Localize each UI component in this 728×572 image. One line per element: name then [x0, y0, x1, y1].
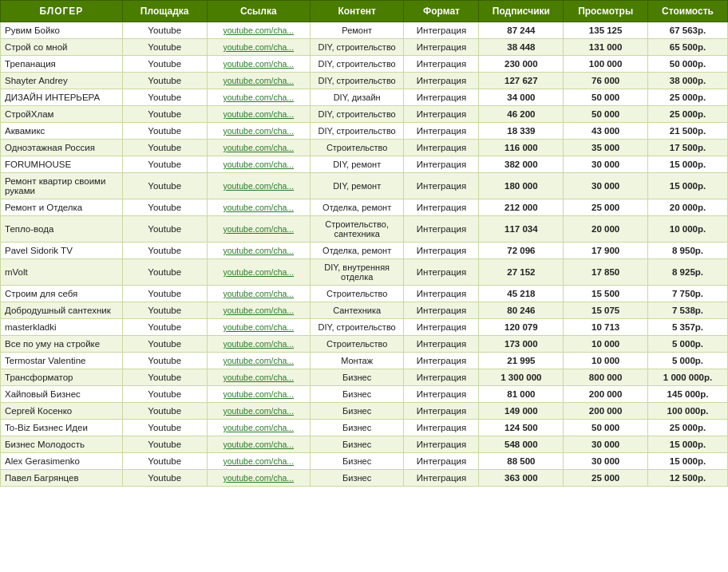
cell-cost: 21 500р.: [648, 123, 728, 140]
cell-link[interactable]: youtube.com/cha...: [207, 302, 310, 319]
cell-blogger: Shayter Andrey: [1, 73, 123, 89]
cell-views: 17 900: [564, 243, 648, 259]
cell-link[interactable]: youtube.com/cha...: [207, 453, 310, 470]
cell-subs: 149 000: [479, 403, 564, 420]
header-content: Контент: [310, 1, 404, 22]
cell-platform: Youtube: [122, 436, 207, 453]
cell-link[interactable]: youtube.com/cha...: [207, 420, 310, 436]
cell-content: Бизнес: [310, 470, 404, 487]
cell-link[interactable]: youtube.com/cha...: [207, 369, 310, 386]
cell-subs: 180 000: [479, 173, 564, 199]
cell-views: 15 500: [564, 286, 648, 302]
cell-format: Интеграция: [404, 73, 479, 89]
cell-link[interactable]: youtube.com/cha...: [207, 22, 310, 39]
table-row: FORUMHOUSEYoutubeyoutube.com/cha...DIY, …: [1, 156, 728, 173]
cell-cost: 8 925р.: [648, 259, 728, 286]
cell-content: DIY, строительство: [310, 39, 404, 56]
cell-blogger: To-Biz Бизнес Идеи: [1, 420, 123, 436]
cell-link[interactable]: youtube.com/cha...: [207, 470, 310, 487]
cell-views: 43 000: [564, 123, 648, 140]
table-row: Хайповый БизнесYoutubeyoutube.com/cha...…: [1, 386, 728, 403]
cell-cost: 20 000р.: [648, 199, 728, 216]
cell-views: 20 000: [564, 216, 648, 243]
cell-link[interactable]: youtube.com/cha...: [207, 199, 310, 216]
cell-subs: 127 627: [479, 73, 564, 89]
cell-format: Интеграция: [404, 106, 479, 123]
cell-link[interactable]: youtube.com/cha...: [207, 156, 310, 173]
cell-link[interactable]: youtube.com/cha...: [207, 106, 310, 123]
cell-cost: 5 000р.: [648, 336, 728, 353]
cell-link[interactable]: youtube.com/cha...: [207, 243, 310, 259]
cell-views: 15 075: [564, 302, 648, 319]
header-format: Формат: [404, 1, 479, 22]
cell-format: Интеграция: [404, 336, 479, 353]
cell-link[interactable]: youtube.com/cha...: [207, 73, 310, 89]
cell-subs: 21 995: [479, 353, 564, 369]
cell-subs: 81 000: [479, 386, 564, 403]
cell-blogger: Аквамикс: [1, 123, 123, 140]
cell-link[interactable]: youtube.com/cha...: [207, 436, 310, 453]
cell-cost: 50 000р.: [648, 56, 728, 73]
cell-link[interactable]: youtube.com/cha...: [207, 216, 310, 243]
cell-link[interactable]: youtube.com/cha...: [207, 336, 310, 353]
cell-link[interactable]: youtube.com/cha...: [207, 123, 310, 140]
table-row: Сергей КосенкоYoutubeyoutube.com/cha...Б…: [1, 403, 728, 420]
table-row: Рувим БойкоYoutubeyoutube.com/cha...Ремо…: [1, 22, 728, 39]
cell-platform: Youtube: [122, 22, 207, 39]
cell-content: Монтаж: [310, 353, 404, 369]
cell-subs: 230 000: [479, 56, 564, 73]
cell-format: Интеграция: [404, 319, 479, 336]
cell-link[interactable]: youtube.com/cha...: [207, 386, 310, 403]
cell-content: Бизнес: [310, 453, 404, 470]
cell-link[interactable]: youtube.com/cha...: [207, 319, 310, 336]
cell-link[interactable]: youtube.com/cha...: [207, 353, 310, 369]
table-row: Все по уму на стройкеYoutubeyoutube.com/…: [1, 336, 728, 353]
cell-blogger: Одноэтажная Россия: [1, 140, 123, 156]
cell-platform: Youtube: [122, 420, 207, 436]
cell-views: 30 000: [564, 436, 648, 453]
cell-platform: Youtube: [122, 173, 207, 199]
cell-subs: 80 246: [479, 302, 564, 319]
cell-blogger: Трепанация: [1, 56, 123, 73]
cell-subs: 18 339: [479, 123, 564, 140]
cell-subs: 117 034: [479, 216, 564, 243]
cell-format: Интеграция: [404, 302, 479, 319]
cell-content: Бизнес: [310, 420, 404, 436]
cell-link[interactable]: youtube.com/cha...: [207, 259, 310, 286]
cell-cost: 65 500р.: [648, 39, 728, 56]
cell-blogger: ДИЗАЙН ИНТЕРЬЕРА: [1, 89, 123, 106]
cell-platform: Youtube: [122, 106, 207, 123]
cell-link[interactable]: youtube.com/cha...: [207, 56, 310, 73]
cell-link[interactable]: youtube.com/cha...: [207, 403, 310, 420]
cell-format: Интеграция: [404, 56, 479, 73]
cell-cost: 15 000р.: [648, 156, 728, 173]
cell-cost: 5 000р.: [648, 353, 728, 369]
bloggers-table: БЛОГЕР Площадка Ссылка Контент Формат По…: [0, 0, 728, 487]
cell-link[interactable]: youtube.com/cha...: [207, 39, 310, 56]
cell-views: 135 125: [564, 22, 648, 39]
cell-subs: 46 200: [479, 106, 564, 123]
cell-platform: Youtube: [122, 403, 207, 420]
cell-blogger: Ремонт квартир своими руками: [1, 173, 123, 199]
table-row: АквамиксYoutubeyoutube.com/cha...DIY, ст…: [1, 123, 728, 140]
cell-content: DIY, ремонт: [310, 173, 404, 199]
cell-platform: Youtube: [122, 386, 207, 403]
cell-format: Интеграция: [404, 140, 479, 156]
cell-views: 800 000: [564, 369, 648, 386]
cell-link[interactable]: youtube.com/cha...: [207, 173, 310, 199]
cell-content: Строительство: [310, 286, 404, 302]
cell-link[interactable]: youtube.com/cha...: [207, 89, 310, 106]
cell-link[interactable]: youtube.com/cha...: [207, 140, 310, 156]
cell-content: Отделка, ремонт: [310, 199, 404, 216]
header-blogger: БЛОГЕР: [1, 1, 123, 22]
cell-cost: 100 000р.: [648, 403, 728, 420]
cell-format: Интеграция: [404, 89, 479, 106]
cell-format: Интеграция: [404, 403, 479, 420]
cell-cost: 15 000р.: [648, 173, 728, 199]
cell-subs: 45 218: [479, 286, 564, 302]
cell-link[interactable]: youtube.com/cha...: [207, 286, 310, 302]
cell-content: DIY, строительство: [310, 106, 404, 123]
cell-blogger: Все по уму на стройке: [1, 336, 123, 353]
cell-platform: Youtube: [122, 259, 207, 286]
cell-subs: 72 096: [479, 243, 564, 259]
